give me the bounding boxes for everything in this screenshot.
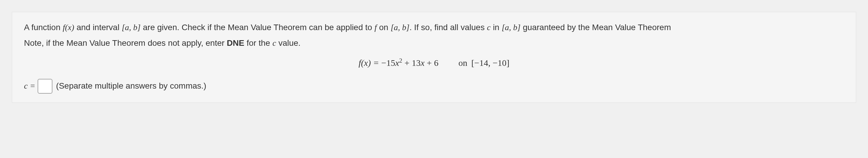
dne-label: DNE [227, 38, 244, 47]
answer-input[interactable] [38, 79, 53, 93]
text-segment: guaranteed by the Mean Value Theorem [521, 23, 671, 32]
equation-display: f(x) = −15x2 + 13x + 6 on [−14, −10] [24, 56, 844, 70]
eq-coef: −15 [381, 58, 395, 68]
eq-sign: = [28, 81, 35, 90]
math-fx: f(x) [63, 23, 74, 32]
math-interval: [a, b] [391, 23, 409, 32]
text-segment: Note, if the Mean Value Theorem does not… [24, 38, 227, 47]
math-c: c [487, 23, 490, 32]
math-interval: [a, b] [122, 23, 141, 32]
math-c: c [273, 38, 276, 47]
eq-mid: + 13 [402, 58, 421, 68]
text-segment: . If so, find all values [409, 23, 487, 32]
eq-lhs: f(x) = [359, 58, 381, 68]
answer-row: c = (Separate multiple answers by commas… [24, 79, 844, 93]
interval-value: [−14, −10] [471, 58, 509, 68]
on-label: on [459, 58, 470, 68]
eq-var: x [395, 58, 399, 68]
answer-c-label: c = [24, 79, 35, 93]
eq-end: + 6 [425, 58, 439, 68]
equation-function: f(x) = −15x2 + 13x + 6 [359, 56, 439, 70]
text-segment: value. [276, 38, 301, 47]
eq-var: x [421, 58, 424, 68]
equation-interval: on [−14, −10] [459, 56, 509, 70]
math-interval: [a, b] [502, 23, 521, 32]
text-segment: A function [24, 23, 63, 32]
text-segment: on [377, 23, 391, 32]
problem-container: A function f(x) and interval [a, b] are … [12, 12, 856, 103]
text-segment: for the [244, 38, 273, 47]
text-segment: are given. Check if the Mean Value Theor… [141, 23, 375, 32]
answer-hint: (Separate multiple answers by commas.) [56, 79, 206, 93]
text-segment: and interval [74, 23, 122, 32]
problem-statement: A function f(x) and interval [a, b] are … [24, 21, 844, 34]
eq-exponent: 2 [399, 57, 402, 64]
c-var: c [24, 81, 28, 90]
problem-note: Note, if the Mean Value Theorem does not… [24, 37, 844, 50]
text-segment: in [491, 23, 502, 32]
